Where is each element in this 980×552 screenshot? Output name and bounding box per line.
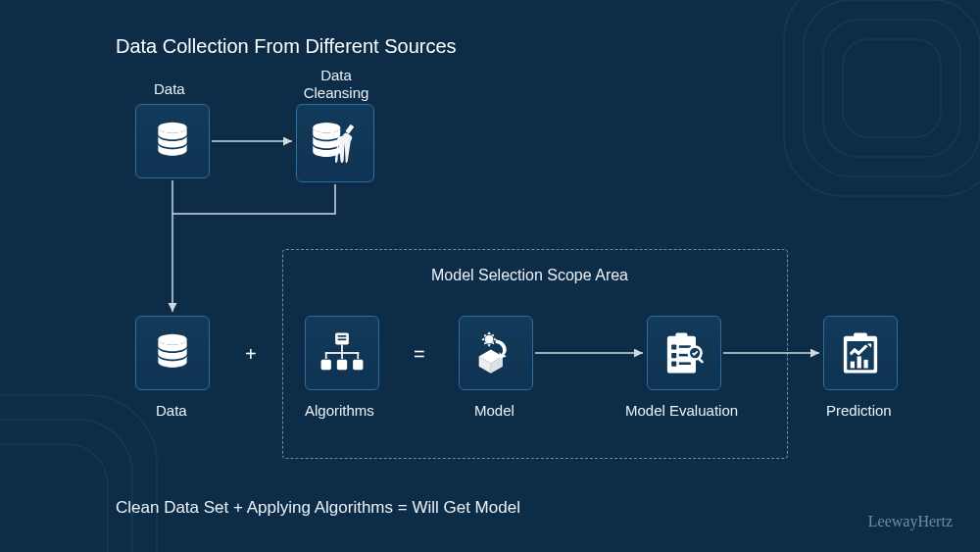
database-icon — [151, 331, 194, 375]
svg-rect-18 — [321, 360, 331, 370]
svg-rect-5 — [0, 420, 132, 552]
prediction-node — [823, 316, 898, 390]
svg-rect-38 — [863, 360, 867, 369]
scope-title: Model Selection Scope Area — [431, 267, 628, 284]
svg-rect-13 — [341, 344, 343, 353]
decoration-top-right — [764, 0, 980, 216]
algorithms-node — [305, 316, 379, 390]
footer-text: Clean Data Set + Applying Algorithms = W… — [116, 498, 520, 518]
svg-rect-2 — [823, 20, 960, 157]
svg-rect-0 — [784, 0, 980, 196]
svg-rect-10 — [335, 332, 349, 344]
svg-point-9 — [158, 334, 186, 345]
svg-point-21 — [485, 335, 494, 344]
equals-operator: = — [414, 343, 425, 366]
svg-rect-37 — [858, 356, 861, 368]
model-label: Model — [474, 402, 514, 419]
svg-rect-26 — [671, 353, 676, 358]
svg-rect-34 — [854, 332, 867, 339]
svg-point-7 — [158, 123, 186, 133]
svg-rect-1 — [804, 0, 980, 176]
evaluation-icon — [661, 329, 708, 376]
evaluation-node — [647, 316, 721, 390]
svg-rect-32 — [698, 357, 705, 364]
prediction-icon — [837, 329, 884, 376]
svg-rect-4 — [0, 395, 157, 552]
algorithms-icon — [318, 329, 366, 376]
data-cleansing-icon — [308, 118, 363, 169]
evaluation-label: Model Evaluation — [625, 402, 738, 419]
svg-rect-15 — [325, 352, 327, 359]
diagram-title: Data Collection From Different Sources — [116, 35, 457, 58]
plus-operator: + — [245, 343, 257, 366]
svg-rect-23 — [675, 332, 687, 339]
database-icon — [151, 120, 194, 163]
svg-rect-25 — [679, 345, 691, 348]
svg-rect-11 — [338, 335, 347, 337]
svg-rect-28 — [671, 362, 676, 367]
model-icon — [470, 327, 521, 378]
watermark: LeewayHertz — [868, 513, 953, 530]
data-top-node — [135, 104, 210, 178]
data-top-label: Data — [154, 80, 185, 97]
cleansing-label: DataCleansing — [297, 67, 375, 102]
svg-rect-12 — [338, 338, 347, 340]
diagram-canvas: Data Collection From Different Sources D… — [0, 0, 980, 552]
decoration-bottom-left — [0, 376, 176, 552]
svg-rect-29 — [679, 362, 691, 365]
svg-point-8 — [313, 123, 340, 133]
svg-rect-17 — [357, 352, 359, 359]
algorithms-label: Algorithms — [305, 402, 374, 419]
model-node — [459, 316, 533, 390]
cleansing-node — [296, 104, 374, 182]
svg-rect-6 — [0, 444, 108, 552]
svg-rect-16 — [341, 352, 343, 359]
data-bottom-node — [135, 316, 210, 390]
svg-rect-19 — [337, 360, 347, 370]
svg-rect-20 — [353, 360, 363, 370]
svg-rect-3 — [843, 39, 941, 137]
svg-rect-24 — [671, 344, 676, 349]
prediction-label: Prediction — [826, 402, 892, 419]
svg-rect-36 — [851, 362, 855, 369]
data-bottom-label: Data — [156, 402, 187, 419]
